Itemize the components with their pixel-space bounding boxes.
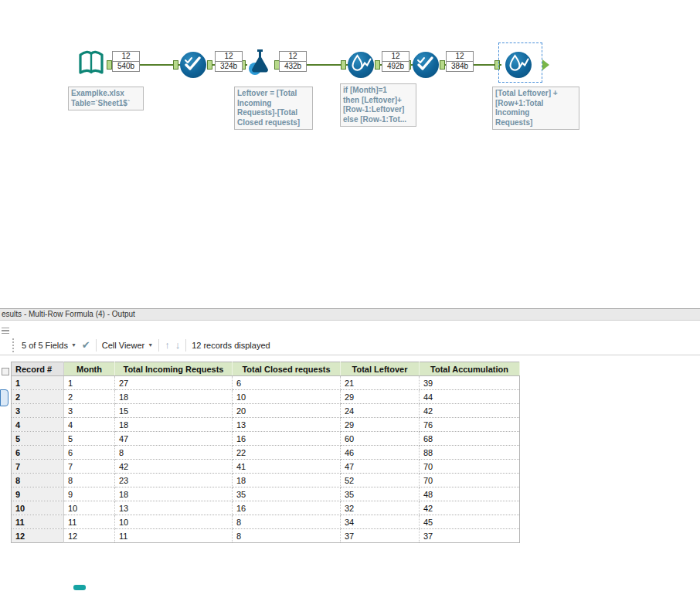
cell[interactable]: 13 <box>233 418 341 432</box>
cell[interactable]: 39 <box>420 376 520 390</box>
cell[interactable]: 10 <box>115 515 233 529</box>
cell-record-number[interactable]: 1 <box>12 376 64 390</box>
cell[interactable]: 70 <box>420 474 520 487</box>
cell[interactable]: 35 <box>233 487 341 501</box>
dock-active-tab[interactable] <box>0 389 8 406</box>
cell-record-number[interactable]: 3 <box>12 404 64 418</box>
cell[interactable]: 7 <box>64 460 115 474</box>
cell[interactable]: 6 <box>64 446 115 460</box>
cell[interactable]: 11 <box>64 515 115 529</box>
cell[interactable]: 8 <box>64 474 115 487</box>
column-header[interactable]: Total Closed requests <box>233 362 341 376</box>
workflow-canvas[interactable]: 12 540b 12 324b 12 432b <box>0 0 700 308</box>
toolbar-drag-handle[interactable] <box>12 338 15 352</box>
cell[interactable]: 10 <box>64 501 115 515</box>
column-header[interactable]: Record # <box>12 362 64 376</box>
cell-record-number[interactable]: 7 <box>12 460 64 474</box>
cell[interactable]: 68 <box>420 432 520 446</box>
tool-select-1[interactable] <box>180 52 206 78</box>
cell[interactable]: 13 <box>115 501 233 515</box>
table-row[interactable]: 6 6 8 22 46 88 <box>12 446 520 460</box>
table-row[interactable]: 5 5 47 16 60 68 <box>12 432 520 446</box>
cell[interactable]: 21 <box>341 376 420 390</box>
output-anchor[interactable] <box>440 60 445 70</box>
cell[interactable]: 3 <box>64 404 115 418</box>
table-row[interactable]: 11 11 10 8 34 45 <box>12 515 520 529</box>
cell[interactable]: 23 <box>115 474 233 487</box>
cell[interactable]: 4 <box>64 418 115 432</box>
cell-record-number[interactable]: 2 <box>12 390 64 404</box>
cell[interactable]: 9 <box>64 487 115 501</box>
input-anchor[interactable] <box>341 60 346 70</box>
cell[interactable]: 60 <box>341 432 420 446</box>
cell[interactable]: 8 <box>233 515 341 529</box>
table-row[interactable]: 10 10 13 16 32 42 <box>12 501 520 515</box>
cell[interactable]: 37 <box>420 529 520 543</box>
cell[interactable]: 88 <box>420 446 520 460</box>
cell[interactable]: 37 <box>341 529 420 543</box>
cell[interactable]: 70 <box>420 460 520 474</box>
cell[interactable]: 29 <box>341 418 420 432</box>
column-header[interactable]: Total Accumulation <box>420 362 520 376</box>
cell[interactable]: 15 <box>115 404 233 418</box>
output-anchor[interactable] <box>107 60 112 70</box>
cell[interactable]: 42 <box>420 501 520 515</box>
cell-record-number[interactable]: 11 <box>12 515 64 529</box>
cell-record-number[interactable]: 4 <box>12 418 64 432</box>
input-anchor[interactable] <box>173 60 178 70</box>
arrow-down-icon[interactable]: ↓ <box>175 339 181 351</box>
cell[interactable]: 47 <box>115 432 233 446</box>
cell[interactable]: 46 <box>341 446 420 460</box>
table-row[interactable]: 7 7 42 41 47 70 <box>12 460 520 474</box>
table-row[interactable]: 4 4 18 13 29 76 <box>12 418 520 432</box>
cell[interactable]: 16 <box>233 501 341 515</box>
arrow-up-icon[interactable]: ↑ <box>165 339 170 351</box>
cell-viewer-dropdown[interactable]: Cell Viewer ▼ <box>102 341 153 350</box>
cell[interactable]: 47 <box>341 460 420 474</box>
column-header[interactable]: Month <box>64 362 115 376</box>
cell[interactable]: 48 <box>420 487 520 501</box>
cell[interactable]: 18 <box>115 487 233 501</box>
cell[interactable]: 10 <box>233 390 341 404</box>
table-row[interactable]: 8 8 23 18 52 70 <box>12 474 520 487</box>
table-row[interactable]: 3 3 15 20 24 42 <box>12 404 520 418</box>
cell[interactable]: 44 <box>420 390 520 404</box>
cell[interactable]: 22 <box>233 446 341 460</box>
cell-record-number[interactable]: 9 <box>12 487 64 501</box>
tool-input-data[interactable] <box>77 51 105 79</box>
cell[interactable]: 32 <box>341 501 420 515</box>
column-header[interactable]: Total Incoming Requests <box>115 362 233 376</box>
cell[interactable]: 76 <box>420 418 520 432</box>
cell[interactable]: 16 <box>233 432 341 446</box>
cell[interactable]: 42 <box>420 404 520 418</box>
tool-formula[interactable] <box>246 49 274 77</box>
fields-dropdown[interactable]: 5 of 5 Fields ▼ <box>22 341 76 350</box>
dock-list-icon[interactable] <box>2 328 9 335</box>
cell[interactable]: 6 <box>233 376 341 390</box>
cell[interactable]: 2 <box>64 390 115 404</box>
cell[interactable]: 8 <box>115 446 233 460</box>
dock-window-icon[interactable] <box>2 368 9 375</box>
output-anchor[interactable] <box>375 60 380 70</box>
cell[interactable]: 41 <box>233 460 341 474</box>
cell[interactable]: 11 <box>115 529 233 543</box>
cell[interactable]: 18 <box>115 418 233 432</box>
table-row[interactable]: 2 2 18 10 29 44 <box>12 390 520 404</box>
cell[interactable]: 52 <box>341 474 420 487</box>
cell[interactable]: 45 <box>420 515 520 529</box>
cell[interactable]: 42 <box>115 460 233 474</box>
cell[interactable]: 35 <box>341 487 420 501</box>
cell[interactable]: 27 <box>115 376 233 390</box>
cell[interactable]: 12 <box>64 529 115 543</box>
cell[interactable]: 1 <box>64 376 115 390</box>
cell-record-number[interactable]: 12 <box>12 529 64 543</box>
tool-select-2[interactable] <box>413 52 439 78</box>
apply-check-icon[interactable]: ✔ <box>82 339 90 351</box>
cell[interactable]: 18 <box>233 474 341 487</box>
cell[interactable]: 18 <box>115 390 233 404</box>
cell-record-number[interactable]: 6 <box>12 446 64 460</box>
cell[interactable]: 20 <box>233 404 341 418</box>
cell[interactable]: 29 <box>341 390 420 404</box>
table-row[interactable]: 12 12 11 8 37 37 <box>12 529 520 543</box>
cell-record-number[interactable]: 10 <box>12 501 64 515</box>
